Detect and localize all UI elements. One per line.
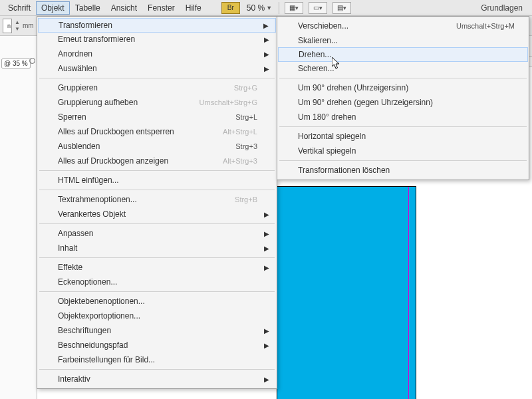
chevron-right-icon: ▶ — [264, 376, 269, 383]
menu-ansicht[interactable]: Ansicht — [106, 1, 142, 15]
separator — [279, 160, 527, 161]
menu-item-label: Beschriftungen — [58, 326, 257, 335]
transform-menu-item[interactable]: Verschieben...Umschalt+Strg+M — [278, 19, 528, 33]
chevron-down-icon[interactable]: ▼ — [15, 26, 20, 32]
view-options-icon[interactable]: ▭▾ — [309, 2, 327, 14]
objekt-menu-item[interactable]: Anordnen▶ — [38, 47, 276, 61]
menubar: Schrift Objekt Tabelle Ansicht Fenster H… — [0, 0, 532, 16]
menu-item-label: Sperren — [58, 112, 235, 122]
transform-menu-item[interactable]: Drehen... — [278, 47, 528, 62]
zoom-level[interactable]: 50 % ▼ — [243, 3, 276, 13]
menu-item-label: Beschneidungspfad — [58, 340, 257, 350]
menu-item-label: Gruppieren — [58, 83, 234, 92]
bridge-icon[interactable]: Br — [221, 2, 240, 14]
separator — [39, 170, 275, 171]
objekt-menu-item[interactable]: Anpassen▶ — [38, 226, 276, 241]
menu-item-label: Um 180° drehen — [298, 112, 515, 122]
objekt-menu-item: Alles auf Druckbogen anzeigenAlt+Strg+3 — [38, 154, 276, 168]
transform-menu-item[interactable]: Scheren... — [278, 61, 528, 76]
left-panel: @ 35 % — [0, 36, 37, 399]
transform-menu-item[interactable]: Vertikal spiegeln — [278, 144, 528, 158]
menu-shortcut: Strg+B — [235, 196, 257, 203]
menu-item-label: Erneut transformieren — [58, 35, 257, 44]
objekt-menu-item[interactable]: Interaktiv▶ — [38, 372, 276, 386]
separator — [39, 369, 275, 370]
chevron-right-icon: ▶ — [263, 22, 269, 29]
transform-menu-item[interactable]: Um 90° drehen (gegen Uhrzeigersinn) — [278, 95, 528, 110]
objekt-menu-item: Farbeinstellungen für Bild... — [38, 352, 276, 367]
menu-item-label: Inhalt — [58, 243, 257, 253]
menu-item-label: Vertikal spiegeln — [298, 146, 515, 156]
menu-item-label: Horizontal spiegeln — [298, 132, 515, 141]
menu-item-label: Effekte — [58, 263, 257, 272]
menu-item-label: Drehen... — [299, 50, 514, 59]
objekt-menu-item[interactable]: HTML einfügen... — [38, 173, 276, 188]
transform-menu-item[interactable]: Horizontal spiegeln — [278, 129, 528, 144]
coord-box[interactable]: n — [3, 19, 12, 33]
screen-mode-icon[interactable]: ▦▾ — [285, 2, 303, 14]
menu-item-label: Anordnen — [58, 49, 257, 59]
chevron-right-icon: ▶ — [264, 51, 269, 58]
menu-item-label: Transformieren — [59, 21, 257, 30]
arrange-docs-icon[interactable]: ▤▾ — [332, 2, 351, 14]
chevron-right-icon: ▶ — [264, 327, 269, 334]
menu-item-label: Skalieren... — [298, 36, 515, 45]
menu-item-label: Objektebenenoptionen... — [58, 297, 257, 306]
chevron-right-icon: ▶ — [264, 342, 269, 349]
menu-shortcut: Umschalt+Strg+G — [200, 98, 257, 106]
separator — [279, 78, 527, 78]
objekt-menu-item: Gruppierung aufhebenUmschalt+Strg+G — [38, 95, 276, 110]
menu-item-label: Ausblenden — [58, 142, 235, 151]
menu-shortcut: Strg+L — [235, 113, 257, 121]
zoom-label: 50 % — [247, 3, 265, 13]
menu-item-label: HTML einfügen... — [58, 176, 257, 185]
objekt-menu-item[interactable]: Inhalt▶ — [38, 241, 276, 255]
objekt-menu-item[interactable]: Eckenoptionen... — [38, 275, 276, 289]
menu-item-label: Objektexportoptionen... — [58, 311, 257, 321]
objekt-menu-item[interactable]: Beschneidungspfad▶ — [38, 338, 276, 352]
menu-item-label: Farbeinstellungen für Bild... — [58, 355, 257, 364]
transform-menu-item[interactable]: Um 90° drehen (Uhrzeigersinn) — [278, 80, 528, 95]
chevron-right-icon: ▶ — [264, 264, 269, 271]
separator — [39, 190, 275, 190]
transform-menu-item[interactable]: Transformationen löschen — [278, 163, 528, 178]
menu-shortcut: Alt+Strg+L — [223, 128, 257, 136]
menu-hilfe[interactable]: Hilfe — [180, 1, 207, 15]
workspace-label[interactable]: Grundlagen — [474, 3, 529, 13]
objekt-menu-item[interactable]: Verankertes Objekt▶ — [38, 207, 276, 221]
menu-fenster[interactable]: Fenster — [142, 1, 180, 15]
menu-shortcut: Alt+Strg+3 — [223, 157, 257, 165]
chevron-up-icon[interactable]: ▲ — [15, 19, 20, 25]
objekt-menu-item[interactable]: Erneut transformieren▶ — [38, 32, 276, 47]
objekt-menu-item[interactable]: Objektexportoptionen... — [38, 309, 276, 323]
objekt-menu-item[interactable]: Transformieren▶ — [38, 18, 276, 33]
objekt-menu-item[interactable]: SperrenStrg+L — [38, 110, 276, 124]
menu-schrift[interactable]: Schrift — [3, 1, 36, 15]
separator — [39, 291, 275, 292]
separator — [39, 78, 275, 78]
transform-menu-item[interactable]: Skalieren... — [278, 33, 528, 48]
objekt-menu-item[interactable]: AusblendenStrg+3 — [38, 139, 276, 154]
menu-objekt[interactable]: Objekt — [36, 1, 70, 15]
target-icon — [29, 58, 35, 64]
chevron-right-icon: ▶ — [264, 245, 269, 252]
zoom-badge[interactable]: @ 35 % — [1, 59, 31, 68]
objekt-menu-item[interactable]: Beschriftungen▶ — [38, 323, 276, 338]
objekt-menu-item: Objektebenenoptionen... — [38, 294, 276, 309]
transform-menu-item[interactable]: Um 180° drehen — [278, 110, 528, 124]
menu-shortcut: Umschalt+Strg+M — [456, 22, 515, 30]
objekt-menu-item: Textrahmenoptionen...Strg+B — [38, 192, 276, 207]
separator — [279, 126, 527, 127]
menu-item-label: Um 90° drehen (gegen Uhrzeigersinn) — [298, 98, 515, 107]
objekt-menu-item: GruppierenStrg+G — [38, 80, 276, 95]
transform-submenu: Verschieben...Umschalt+Strg+MSkalieren..… — [277, 16, 529, 180]
chevron-right-icon: ▶ — [264, 65, 269, 72]
objekt-menu-item[interactable]: Auswählen▶ — [38, 61, 276, 76]
menu-item-label: Auswählen — [58, 64, 257, 73]
objekt-menu-item[interactable]: Effekte▶ — [38, 260, 276, 275]
menu-item-label: Anpassen — [58, 229, 257, 238]
menu-tabelle[interactable]: Tabelle — [70, 1, 106, 15]
menu-item-label: Alles auf Druckbogen anzeigen — [58, 156, 223, 166]
menu-item-label: Gruppierung aufheben — [58, 98, 200, 107]
selected-object[interactable] — [277, 186, 416, 399]
